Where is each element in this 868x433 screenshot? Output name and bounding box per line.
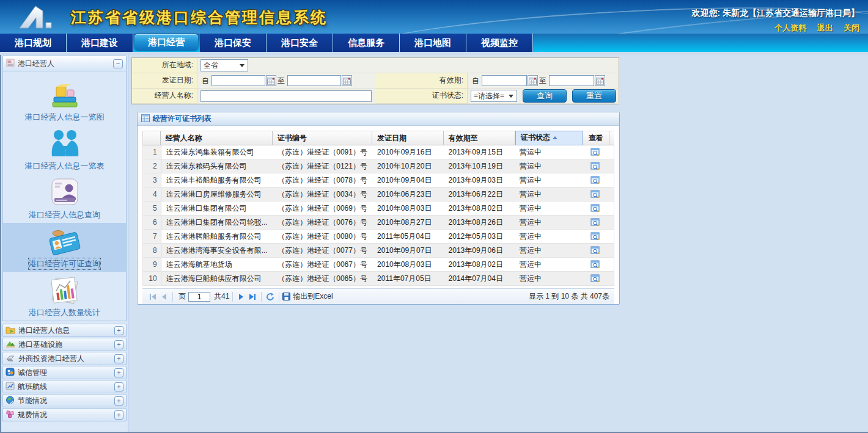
operator-name-input[interactable]: [200, 90, 372, 102]
first-page-icon[interactable]: [147, 291, 158, 302]
sidebar-panel-infrastructure[interactable]: 港口基础设施 +: [2, 338, 127, 351]
nav-tab[interactable]: 视频监控: [466, 34, 533, 52]
cert-status-cell: 营运中: [515, 216, 583, 229]
calendar-icon[interactable]: [342, 75, 352, 86]
cert-status-cell: 营运中: [515, 145, 583, 159]
sidebar-panel-integrity[interactable]: 诚信管理 +: [2, 366, 127, 379]
nav-tab[interactable]: 港口保安: [200, 34, 267, 52]
expand-panel-button[interactable]: +: [114, 382, 123, 391]
expand-panel-button[interactable]: +: [114, 410, 123, 420]
cert-status-field: =请选择= 查询 重置: [468, 89, 620, 104]
sidebar-item-license-query[interactable]: 港口经营许可证查询: [3, 223, 126, 272]
sidebar-item-operator-info-query[interactable]: 港口经营人信息查询: [3, 174, 126, 223]
calendar-icon[interactable]: [595, 75, 605, 86]
table-row[interactable]: 1 连云港东鸿集装箱有限公司 （苏连）港经证（0091）号 2010年09月16…: [143, 145, 614, 159]
sidebar-panel-header[interactable]: 港口经营人 −: [3, 56, 126, 71]
view-cell: [583, 230, 609, 243]
sidebar-item-label: 港口经营人数量统计: [29, 307, 100, 318]
table-header-row: 经营人名称 证书编号 发证日期 有效期至 证书状态 查看: [142, 131, 614, 145]
nav-tab[interactable]: 港口规划: [0, 34, 67, 52]
foreign-investment-icon: [6, 354, 15, 364]
expand-panel-button[interactable]: +: [114, 326, 123, 335]
last-page-icon[interactable]: [247, 291, 258, 302]
row-number-cell: 4: [143, 187, 161, 201]
table-row[interactable]: 3 连云港丰裕船舶服务有限公司 （苏连）港经证（0078）号 2010年09月0…: [143, 173, 614, 187]
close-link[interactable]: 关闭: [844, 23, 859, 32]
sidebar-item-operator-list[interactable]: 港口经营人信息一览表: [3, 125, 126, 174]
column-header-filler: [609, 131, 614, 145]
nav-tab[interactable]: 港口安全: [267, 34, 333, 52]
validity-to-input[interactable]: [549, 75, 594, 86]
region-select[interactable]: 全省: [200, 59, 248, 71]
row-filler: [609, 244, 614, 257]
nav-tab[interactable]: 信息服务: [333, 34, 400, 52]
operator-name-cell: 连云港港口房屋维修服务公司: [161, 187, 273, 201]
expand-panel-button[interactable]: +: [114, 354, 123, 363]
table-row[interactable]: 4 连云港港口房屋维修服务公司 （苏连）港经证（0034）号 2010年06月2…: [143, 187, 614, 202]
view-record-icon[interactable]: [590, 217, 600, 227]
view-record-icon[interactable]: [590, 189, 600, 199]
cert-status-cell: 营运中: [515, 202, 583, 215]
expand-panel-button[interactable]: +: [114, 340, 123, 349]
view-record-icon[interactable]: [590, 274, 600, 283]
previous-page-icon[interactable]: [158, 291, 169, 302]
view-record-icon[interactable]: [590, 246, 600, 255]
sidebar-panel-foreign-investment[interactable]: 外商投资港口经营人 +: [2, 352, 127, 365]
nav-tab-label: 视频监控: [481, 37, 518, 48]
sidebar-panel-operator-info[interactable]: 港口经营人信息 +: [2, 324, 127, 337]
table-row[interactable]: 10 连云港海巨船舶供应有限公司 （苏连）港经证（0065）号 2011年07月…: [143, 272, 614, 286]
table-row[interactable]: 5 连云港港口集团有限公司 （苏连）港经证（0069）号 2010年08月03日…: [143, 202, 614, 216]
view-record-icon[interactable]: [590, 175, 600, 185]
expand-panel-button[interactable]: +: [114, 368, 123, 377]
refresh-icon[interactable]: [265, 291, 276, 302]
view-cell: [583, 272, 609, 285]
column-header-valid-until[interactable]: 有效期至: [444, 131, 515, 145]
view-record-icon[interactable]: [590, 231, 600, 241]
table-row[interactable]: 7 连云港港腾船舶服务有限公司 （苏连）港经证（0080）号 2011年05月0…: [143, 230, 614, 244]
table-row[interactable]: 9 连云港海航基地货场 （苏连）港经证（0067）号 2010年08月03日 2…: [143, 258, 614, 272]
sidebar-panel-energy-saving[interactable]: 节能情况 +: [2, 394, 127, 407]
cert-status-cell: 营运中: [515, 258, 583, 271]
welcome-text: 欢迎您: 朱新龙【江苏省交通运输厅港口局】: [691, 8, 859, 19]
sidebar-item-operator-statistics[interactable]: 港口经营人数量统计: [3, 272, 126, 321]
expand-panel-button[interactable]: +: [114, 396, 123, 406]
column-header-view[interactable]: 查看: [583, 131, 609, 145]
nav-tab[interactable]: 港口经营: [134, 34, 198, 51]
reset-button[interactable]: 重置: [572, 89, 616, 103]
sidebar-item-operator-overview-chart[interactable]: 港口经营人信息一览图: [3, 76, 126, 125]
logout-link[interactable]: 退出: [817, 23, 833, 32]
table-body: 1 连云港东鸿集装箱有限公司 （苏连）港经证（0091）号 2010年09月16…: [142, 145, 614, 286]
view-record-icon[interactable]: [590, 260, 600, 269]
query-button[interactable]: 查询: [523, 89, 567, 103]
page-number-input[interactable]: [188, 292, 210, 302]
profile-link[interactable]: 个人资料: [774, 23, 806, 32]
validity-from-input[interactable]: [482, 75, 527, 86]
view-record-icon[interactable]: [590, 203, 600, 213]
sidebar-panel-flight-routes[interactable]: 航班航线 +: [2, 380, 127, 393]
sidebar-panel-fees[interactable]: 规费情况 +: [2, 408, 127, 421]
sidebar-panel-label: 诚信管理: [18, 368, 47, 378]
issue-date-to-input[interactable]: [287, 75, 341, 86]
cert-status-select[interactable]: =请选择=: [471, 90, 517, 102]
view-record-icon[interactable]: [590, 161, 600, 171]
nav-tab[interactable]: 港口地图: [400, 34, 466, 52]
calendar-icon[interactable]: [266, 75, 276, 86]
table-row[interactable]: 6 连云港港口集团有限公司轮驳... （苏连）港经证（0076）号 2010年0…: [143, 216, 614, 230]
view-record-icon[interactable]: [590, 147, 600, 157]
collapse-panel-button[interactable]: −: [113, 59, 123, 68]
table-row[interactable]: 2 连云港东粮码头有限公司 （苏连）港经证（0121）号 2010年10月20日…: [143, 159, 614, 173]
pagination-bar: 页 共41: [142, 288, 614, 304]
column-header-operator-name[interactable]: 经营人名称: [161, 131, 273, 145]
export-excel-button[interactable]: 输出到Excel: [282, 291, 333, 302]
table-row[interactable]: 8 连云港港湾海事安全设备有限... （苏连）港经证（0077）号 2010年0…: [143, 244, 614, 258]
id-badge-icon: [3, 178, 126, 208]
view-cell: [583, 258, 609, 271]
column-header-issue-date[interactable]: 发证日期: [372, 131, 444, 145]
nav-tab[interactable]: 港口建设: [67, 34, 133, 52]
calendar-icon[interactable]: [528, 75, 538, 86]
column-header-cert-status[interactable]: 证书状态: [515, 131, 583, 145]
column-header-cert-no[interactable]: 证书编号: [273, 131, 372, 145]
certificate-table: 经营人名称 证书编号 发证日期 有效期至 证书状态 查看 1 连云港东鸿集装箱有…: [138, 126, 619, 304]
issue-date-from-input[interactable]: [211, 75, 265, 86]
next-page-icon[interactable]: [236, 291, 247, 302]
